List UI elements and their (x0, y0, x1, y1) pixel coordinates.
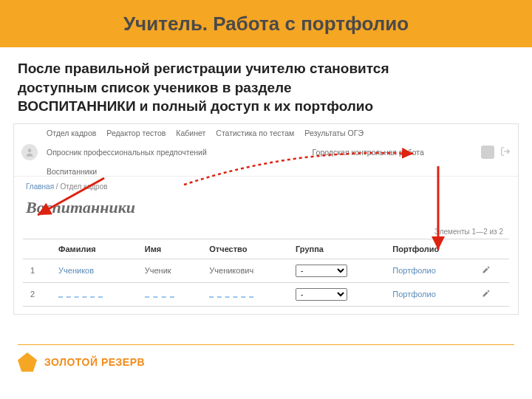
table-header-row: Фамилия Имя Отчество Группа Портфолио (23, 239, 509, 259)
th-num (23, 239, 51, 259)
cell-surname[interactable] (51, 282, 137, 306)
nav-item-stats[interactable]: Статистика по тестам (216, 129, 294, 137)
table-row: 2 - Портфолио (23, 282, 509, 306)
user-icon[interactable] (481, 146, 494, 159)
nav-item-survey[interactable]: Опросник профессиональных предпочтений (47, 148, 302, 157)
nav-item-city-test[interactable]: Городская контрольная работа (313, 148, 424, 157)
nav-item-oge[interactable]: Результаты ОГЭ (304, 129, 364, 137)
cell-name (137, 282, 202, 306)
cell-edit[interactable] (474, 282, 509, 306)
breadcrumb: Главная / Отдел кадров (14, 177, 518, 194)
group-select[interactable]: - (296, 265, 347, 277)
th-name[interactable]: Имя (137, 239, 202, 259)
pagination-meta: Элементы 1—2 из 2 (14, 228, 518, 239)
bc-sep: / (56, 183, 58, 191)
cell-surname[interactable]: Учеников (51, 259, 137, 282)
th-patronymic[interactable]: Отчество (202, 239, 288, 259)
brand-logo-icon (18, 352, 37, 372)
nav-item-cabinet[interactable]: Кабинет (176, 129, 205, 137)
cell-edit[interactable] (474, 259, 509, 282)
cell-patronymic (202, 282, 288, 306)
group-select[interactable]: - (296, 288, 347, 301)
nav-links: Отдел кадров Редактор тестов Кабинет Ста… (47, 129, 472, 176)
page-title: Воспитанники (14, 194, 518, 228)
cell-group: - (288, 259, 385, 282)
footer: ЗОЛОТОЙ РЕЗЕРВ (18, 344, 514, 372)
intro-text: После правильной регистрации учителю ста… (0, 47, 532, 123)
th-group: Группа (288, 239, 385, 259)
th-surname[interactable]: Фамилия (51, 239, 137, 259)
nav-item-pupils[interactable]: Воспитанники (47, 167, 97, 176)
avatar-icon[interactable] (21, 144, 38, 160)
nav-right (481, 146, 511, 159)
cell-name: Ученик (137, 259, 202, 282)
th-portfolio: Портфолио (385, 239, 474, 259)
app-screenshot: Отдел кадров Редактор тестов Кабинет Ста… (13, 123, 519, 315)
cell-num: 1 (23, 259, 51, 282)
slide-title: Учитель. Работа с портфолио (123, 13, 409, 35)
nav-item-tests-editor[interactable]: Редактор тестов (106, 129, 166, 137)
pencil-icon (482, 265, 491, 274)
portfolio-link[interactable]: Портфолио (392, 290, 436, 299)
bc-current: Отдел кадров (60, 183, 107, 191)
cell-group: - (288, 282, 385, 306)
brand-name: ЗОЛОТОЙ РЕЗЕРВ (44, 356, 145, 368)
svg-point-0 (28, 149, 32, 152)
slide-title-bar: Учитель. Работа с портфолио (0, 0, 532, 47)
table-row: 1 Учеников Ученик Ученикович - Портфолио (23, 259, 509, 282)
nav-item-hr[interactable]: Отдел кадров (47, 129, 96, 137)
logout-icon[interactable] (500, 146, 511, 158)
cell-num: 2 (23, 282, 51, 306)
top-nav: Отдел кадров Редактор тестов Кабинет Ста… (14, 124, 518, 177)
th-actions (474, 239, 509, 259)
pencil-icon (482, 289, 491, 298)
pupils-table: Фамилия Имя Отчество Группа Портфолио 1 … (23, 239, 509, 307)
cell-patronymic: Ученикович (202, 259, 288, 282)
portfolio-link[interactable]: Портфолио (392, 266, 436, 275)
bc-home[interactable]: Главная (26, 183, 54, 191)
